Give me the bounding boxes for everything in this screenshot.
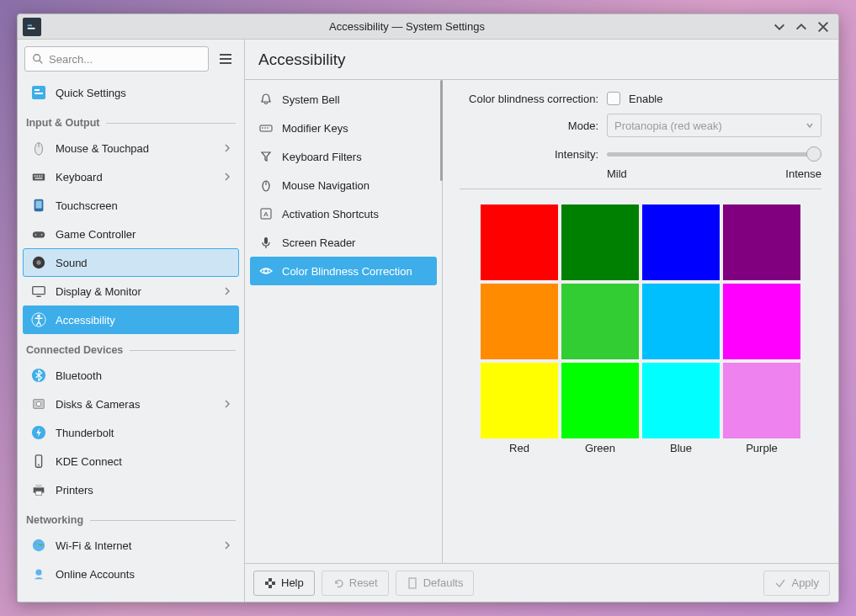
svg-rect-20	[33, 231, 45, 237]
svg-rect-36	[35, 485, 41, 488]
mouse-icon	[30, 140, 47, 157]
sidebar: Quick Settings Input & Output Mouse & To…	[18, 40, 245, 602]
sidebar-item-online-accounts[interactable]: Online Accounts	[23, 560, 239, 588]
swatch-red-3	[481, 363, 558, 438]
slider-min-label: Mild	[607, 167, 627, 180]
svg-point-31	[36, 401, 40, 406]
swatch-green-2	[561, 284, 639, 359]
svg-point-21	[35, 234, 37, 236]
svg-point-38	[33, 539, 45, 551]
swatch-red-2	[481, 284, 558, 359]
subnav-mouse-navigation[interactable]: Mouse Navigation	[250, 171, 437, 199]
svg-point-39	[35, 570, 41, 576]
apply-button[interactable]: Apply	[763, 571, 830, 596]
slider-thumb[interactable]	[806, 146, 821, 162]
svg-rect-9	[35, 93, 43, 94]
section-connected-devices: Connected Devices	[23, 334, 239, 361]
sidebar-item-thunderbolt[interactable]: Thunderbolt	[23, 418, 239, 447]
sidebar-item-keyboard[interactable]: Keyboard	[23, 162, 239, 191]
svg-point-42	[264, 127, 266, 129]
bluetooth-icon	[30, 367, 47, 384]
swatch-green-3	[561, 363, 639, 438]
subnav-system-bell[interactable]: System Bell	[250, 85, 437, 114]
keyboard-small-icon	[258, 120, 274, 135]
svg-rect-8	[35, 89, 40, 91]
sidebar-item-wifi-internet[interactable]: Wi-Fi & Internet	[23, 531, 239, 560]
svg-point-34	[38, 465, 40, 466]
mode-label: Mode:	[460, 119, 598, 132]
svg-rect-13	[35, 175, 36, 177]
monitor-icon	[30, 283, 47, 300]
touchscreen-icon	[30, 197, 47, 214]
globe-icon	[30, 537, 47, 554]
accessibility-subnav: System Bell Modifier Keys Keyboard Filte…	[245, 80, 443, 563]
reset-button[interactable]: Reset	[322, 571, 389, 596]
svg-rect-53	[268, 585, 272, 588]
subnav-modifier-keys[interactable]: Modifier Keys	[250, 114, 437, 142]
subnav-screen-reader[interactable]: Screen Reader	[250, 228, 437, 257]
sidebar-item-sound[interactable]: Sound	[23, 248, 239, 277]
subnav-activation-shortcuts[interactable]: A Activation Shortcuts	[250, 199, 437, 228]
svg-point-24	[36, 260, 40, 264]
svg-line-3	[40, 61, 43, 64]
correction-label: Color blindness correction:	[460, 93, 598, 105]
chevron-right-icon	[223, 400, 231, 408]
sidebar-item-disks-cameras[interactable]: Disks & Cameras	[23, 390, 239, 418]
search-input-wrapper[interactable]	[24, 46, 209, 72]
svg-rect-19	[35, 201, 41, 209]
subnav-color-blindness[interactable]: Color Blindness Correction	[250, 257, 437, 285]
swatch-blue-1	[642, 204, 720, 280]
sidebar-item-quick-settings[interactable]: Quick Settings	[23, 78, 239, 107]
accessibility-icon	[30, 311, 47, 328]
subnav-keyboard-filters[interactable]: Keyboard Filters	[250, 142, 437, 171]
section-networking: Networking	[23, 504, 239, 531]
thunderbolt-icon	[30, 424, 47, 441]
chevron-right-icon	[223, 541, 231, 550]
printer-icon	[30, 481, 47, 498]
app-icon	[23, 18, 41, 36]
svg-point-49	[264, 269, 268, 273]
undo-icon	[332, 577, 344, 589]
slider-max-label: Intense	[785, 167, 821, 180]
chevron-down-icon	[805, 121, 814, 130]
svg-point-28	[37, 315, 40, 318]
svg-rect-17	[35, 178, 43, 179]
svg-rect-54	[409, 578, 416, 588]
chevron-right-icon	[223, 287, 231, 295]
hamburger-menu-button[interactable]	[214, 47, 237, 71]
minimize-button[interactable]	[773, 20, 786, 34]
swatch-green-1	[561, 204, 639, 280]
search-input[interactable]	[49, 53, 201, 66]
page-title: Accessibility	[258, 50, 345, 69]
mode-select[interactable]: Protanopia (red weak)	[607, 114, 821, 137]
svg-text:A: A	[263, 210, 268, 218]
sidebar-item-display[interactable]: Display & Monitor	[23, 277, 239, 305]
defaults-button[interactable]: Defaults	[396, 571, 475, 596]
sidebar-item-mouse-touchpad[interactable]: Mouse & Touchpad	[23, 134, 239, 162]
titlebar[interactable]: Accessibility — System Settings	[18, 14, 838, 40]
svg-rect-1	[28, 27, 35, 29]
help-button[interactable]: Help	[253, 571, 315, 596]
speaker-icon	[30, 254, 47, 271]
system-settings-window: Accessibility — System Settings	[17, 13, 839, 603]
sidebar-item-printers[interactable]: Printers	[23, 475, 239, 504]
intensity-slider[interactable]	[607, 146, 821, 162]
svg-point-2	[34, 55, 40, 61]
sidebar-item-bluetooth[interactable]: Bluetooth	[23, 361, 239, 390]
close-button[interactable]	[816, 20, 830, 34]
bell-icon	[258, 92, 274, 107]
sidebar-item-accessibility[interactable]: Accessibility	[23, 305, 239, 334]
sidebar-item-kde-connect[interactable]: KDE Connect	[23, 447, 239, 475]
sidebar-item-game-controller[interactable]: Game Controller	[23, 220, 239, 248]
divider	[460, 189, 821, 189]
svg-point-41	[262, 127, 263, 129]
keyboard-icon	[30, 168, 47, 185]
enable-label: Enable	[629, 93, 662, 105]
sidebar-item-touchscreen[interactable]: Touchscreen	[23, 191, 239, 220]
swatch-red-1	[481, 204, 558, 280]
enable-checkbox[interactable]	[607, 92, 620, 105]
svg-point-43	[267, 127, 268, 129]
window-title: Accessibility — System Settings	[41, 20, 773, 33]
gamepad-icon	[30, 226, 47, 242]
maximize-button[interactable]	[795, 20, 808, 34]
